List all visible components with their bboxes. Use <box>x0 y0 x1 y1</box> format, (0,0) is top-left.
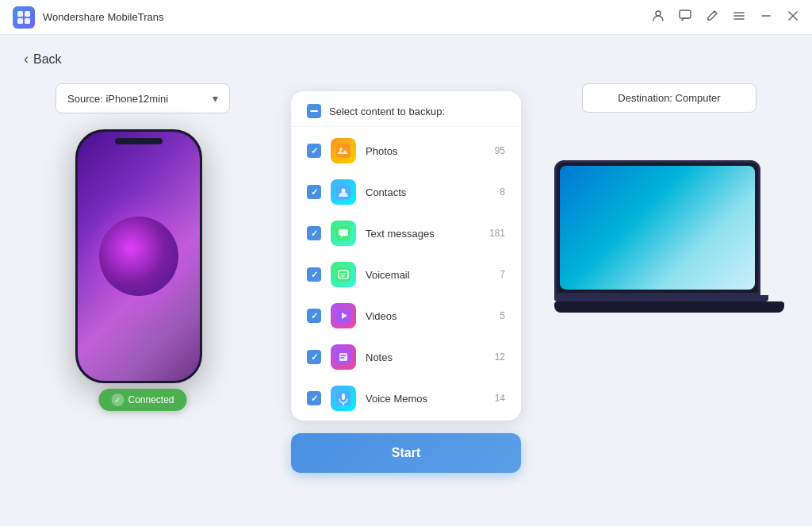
back-button[interactable]: ‹ Back <box>24 51 788 67</box>
laptop-screen-inner <box>560 166 755 290</box>
list-item[interactable]: Voice Memos 14 <box>291 378 521 419</box>
phone-body <box>75 129 202 383</box>
item-count-4: 5 <box>485 310 505 321</box>
item-name-3: Voicemail <box>366 269 476 281</box>
laptop-hinge <box>554 295 768 301</box>
dropdown-arrow-icon: ▾ <box>213 92 218 105</box>
list-item[interactable]: Videos 5 <box>291 295 521 336</box>
app-logo <box>13 6 35 29</box>
title-bar-controls <box>652 10 799 25</box>
item-name-1: Contacts <box>366 186 476 198</box>
minimize-icon[interactable] <box>760 10 772 25</box>
connected-badge: ✓ Connected <box>98 389 186 411</box>
card-header-text: Select content to backup: <box>329 106 445 117</box>
phone-screen <box>78 132 200 381</box>
item-count-1: 8 <box>485 186 505 198</box>
list-item[interactable]: Contacts 8 <box>291 171 521 213</box>
phone-orb <box>99 217 178 296</box>
laptop-base <box>554 301 784 313</box>
item-checkbox-1[interactable] <box>307 185 321 199</box>
three-column-layout: Source: iPhone12mini ▾ ✓ Connected <box>24 83 788 503</box>
item-count-6: 14 <box>485 393 505 404</box>
items-list[interactable]: Photos 95 Contacts 8 Text messages 181 V… <box>291 127 521 420</box>
source-label: Source: iPhone12mini <box>67 93 168 105</box>
title-bar: Wondershare MobileTrans <box>0 0 812 35</box>
app-title: Wondershare MobileTrans <box>43 11 163 23</box>
item-icon-1 <box>331 179 356 205</box>
item-name-4: Videos <box>366 310 476 322</box>
edit-icon[interactable] <box>706 10 718 25</box>
item-checkbox-0[interactable] <box>307 144 321 158</box>
laptop-illustration <box>554 160 784 313</box>
svg-point-4 <box>656 11 661 16</box>
svg-rect-11 <box>339 229 348 236</box>
content-card: Select content to backup: Photos 95 Cont… <box>291 91 521 420</box>
item-name-5: Notes <box>366 351 476 363</box>
item-icon-5 <box>331 344 356 370</box>
item-name-6: Voice Memos <box>366 393 476 405</box>
menu-icon[interactable] <box>733 10 745 25</box>
laptop-screen <box>554 160 760 295</box>
item-count-2: 181 <box>485 228 505 239</box>
phone-illustration: ✓ Connected <box>75 129 210 399</box>
svg-rect-17 <box>339 353 347 361</box>
item-icon-3 <box>331 262 356 287</box>
source-column: Source: iPhone12mini ▾ ✓ Connected <box>24 83 262 399</box>
item-icon-2 <box>331 221 356 246</box>
destination-label: Destination: Computer <box>582 83 756 113</box>
item-count-5: 12 <box>485 351 505 363</box>
item-name-2: Text messages <box>366 228 476 240</box>
partial-minus-icon <box>310 110 318 112</box>
item-icon-4 <box>331 303 356 328</box>
phone-notch <box>115 138 163 144</box>
list-item[interactable]: Notes 12 <box>291 336 521 378</box>
svg-rect-0 <box>17 11 23 17</box>
svg-point-9 <box>342 189 346 193</box>
card-header: Select content to backup: <box>291 91 521 127</box>
item-checkbox-6[interactable] <box>307 391 321 405</box>
select-all-checkbox[interactable] <box>307 104 321 118</box>
list-item[interactable]: Text messages 181 <box>291 213 521 254</box>
svg-rect-6 <box>336 144 350 158</box>
check-icon: ✓ <box>111 394 124 406</box>
svg-rect-3 <box>25 18 30 24</box>
center-column: Select content to backup: Photos 95 Cont… <box>262 83 550 473</box>
start-button[interactable]: Start <box>291 433 521 473</box>
list-item[interactable]: Voicemail 7 <box>291 254 521 295</box>
chat-icon[interactable] <box>679 10 691 25</box>
list-item[interactable]: Contact blacklist 4 <box>291 419 521 420</box>
item-checkbox-2[interactable] <box>307 226 321 240</box>
account-icon[interactable] <box>652 10 665 25</box>
svg-rect-19 <box>342 394 345 400</box>
item-count-0: 95 <box>485 145 505 156</box>
item-icon-0 <box>331 138 356 163</box>
item-checkbox-5[interactable] <box>307 350 321 364</box>
connected-label: Connected <box>128 394 174 405</box>
back-chevron: ‹ <box>24 51 29 67</box>
svg-rect-5 <box>680 10 691 18</box>
svg-rect-1 <box>25 11 30 17</box>
main-content: ‹ Back Source: iPhone12mini ▾ ✓ Connecte… <box>0 35 812 526</box>
title-bar-left: Wondershare MobileTrans <box>13 6 163 29</box>
item-checkbox-3[interactable] <box>307 267 321 282</box>
item-icon-6 <box>331 386 356 411</box>
destination-column: Destination: Computer <box>550 83 788 313</box>
item-checkbox-4[interactable] <box>307 309 321 323</box>
item-name-0: Photos <box>366 145 476 157</box>
list-item[interactable]: Photos 95 <box>291 130 521 171</box>
back-label: Back <box>33 52 62 67</box>
svg-rect-2 <box>17 18 23 24</box>
close-icon[interactable] <box>787 10 799 25</box>
svg-point-7 <box>339 148 343 151</box>
item-count-3: 7 <box>485 269 505 280</box>
source-dropdown[interactable]: Source: iPhone12mini ▾ <box>56 83 230 113</box>
